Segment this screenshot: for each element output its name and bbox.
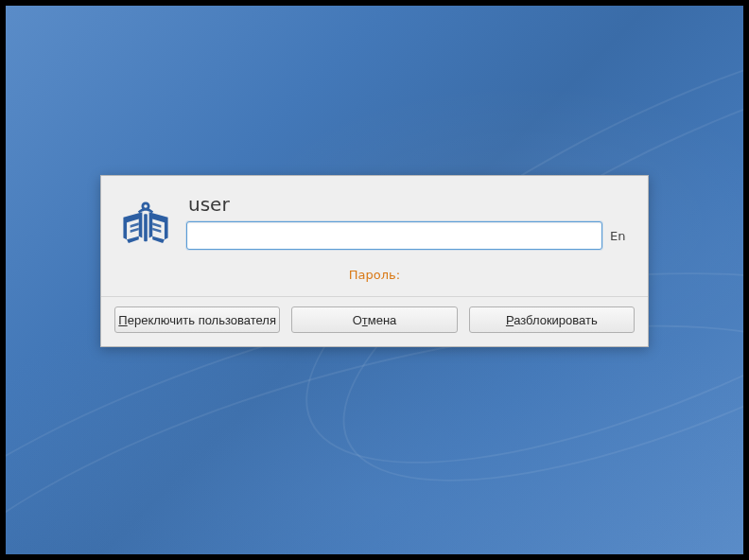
- unlock-dialog: user En Пароль: Переключить пользователя…: [100, 175, 649, 347]
- password-input[interactable]: [186, 221, 602, 250]
- cancel-button[interactable]: Отмена: [291, 306, 457, 333]
- password-row: En: [186, 221, 631, 250]
- switch-user-button[interactable]: Переключить пользователя: [114, 306, 280, 333]
- desktop-background: user En Пароль: Переключить пользователя…: [6, 6, 743, 554]
- dialog-credentials: user En: [101, 176, 648, 259]
- svg-rect-0: [144, 214, 148, 241]
- status-row: Пароль:: [101, 259, 648, 296]
- button-row: Переключить пользователя Отмена Разблоки…: [101, 296, 648, 346]
- password-prompt-label: Пароль:: [349, 268, 400, 282]
- credentials-area: user En: [186, 193, 631, 250]
- username-label: user: [186, 193, 631, 216]
- distro-logo-icon: [118, 197, 173, 252]
- unlock-button[interactable]: Разблокировать: [469, 306, 635, 333]
- keyboard-layout-indicator: En: [610, 229, 631, 243]
